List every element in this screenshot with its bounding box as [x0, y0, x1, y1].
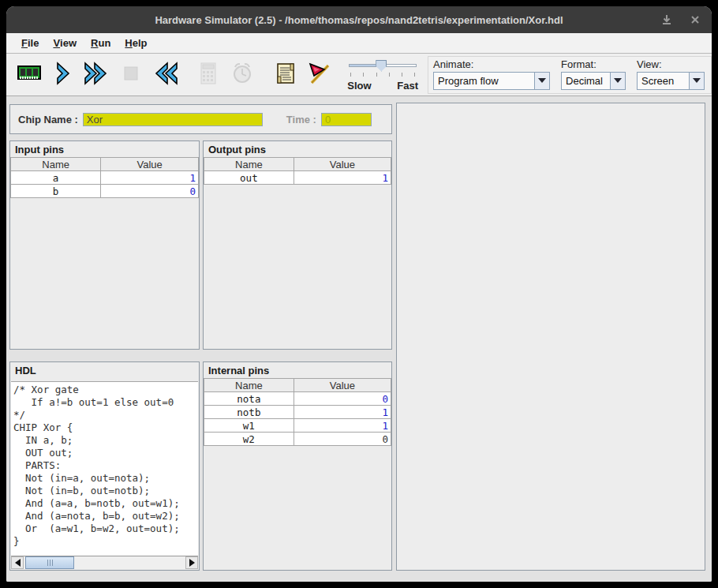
animate-label: Animate:	[433, 58, 550, 70]
pin-name: notb	[204, 406, 294, 419]
load-script-button[interactable]	[268, 58, 302, 92]
column-header-name: Name	[11, 158, 101, 171]
clock-icon	[229, 60, 256, 89]
output-pins-title: Output pins	[204, 141, 391, 157]
content-area: Chip Name : Xor Time : 0 Input pins Name…	[6, 96, 712, 582]
pin-value[interactable]: 0	[294, 433, 391, 446]
breakpoint-flag-icon	[306, 60, 333, 89]
speed-slider-group: Slow Fast	[347, 58, 418, 92]
table-row: a 1	[11, 171, 199, 185]
pin-value[interactable]: 1	[294, 171, 391, 185]
pin-name: w2	[204, 433, 294, 446]
hdl-horizontal-scrollbar[interactable]	[11, 556, 198, 569]
app-window: Hardware Simulator (2.5) - /home/thomas/…	[6, 6, 712, 582]
reset-button[interactable]	[148, 58, 182, 92]
chip-load-icon	[16, 60, 43, 89]
restore-down-button[interactable]	[658, 11, 675, 28]
reset-icon	[150, 60, 180, 89]
pin-name: w1	[204, 419, 294, 433]
output-pins-panel: Output pins Name Value out 1	[203, 140, 392, 350]
load-chip-button[interactable]	[13, 58, 47, 92]
pin-value[interactable]: 1	[294, 406, 391, 419]
pin-name: out	[204, 171, 294, 185]
dropdown-panel: Animate: Program flow Format: Decimal Vi…	[428, 56, 712, 94]
chevron-down-icon	[538, 78, 546, 83]
pin-value[interactable]: 0	[294, 392, 391, 406]
clock-button	[226, 58, 260, 92]
chip-name-label: Chip Name :	[18, 114, 78, 125]
hdl-code-view[interactable]: /* Xor gate If a!=b out=1 else out=0 */ …	[11, 381, 198, 556]
run-icon	[82, 60, 112, 89]
format-value[interactable]: Decimal	[561, 72, 610, 90]
single-step-icon	[50, 60, 77, 89]
calculator-button	[192, 58, 226, 92]
pin-name: b	[11, 185, 101, 198]
scrollbar-thumb[interactable]	[25, 556, 74, 569]
triangle-right-icon	[189, 559, 195, 567]
title-bar: Hardware Simulator (2.5) - /home/thomas/…	[6, 6, 712, 33]
triangle-left-icon	[15, 559, 21, 567]
input-pins-title: Input pins	[10, 141, 199, 157]
scroll-right-button[interactable]	[185, 556, 198, 569]
close-icon	[690, 15, 700, 24]
table-row: nota 0	[204, 392, 391, 406]
slider-ticks	[347, 73, 418, 78]
column-header-name: Name	[204, 379, 294, 392]
scroll-left-button[interactable]	[11, 556, 24, 569]
window-title: Hardware Simulator (2.5) - /home/thomas/…	[155, 14, 563, 26]
chevron-down-icon	[693, 78, 701, 83]
restore-down-icon	[661, 14, 672, 25]
table-row: out 1	[204, 171, 391, 185]
time-label: Time :	[286, 114, 316, 125]
slider-fast-label: Fast	[397, 80, 418, 92]
internal-pins-table: Name Value nota 0 notb 1 w1 1 w2 0	[204, 378, 391, 446]
view-value[interactable]: Screen	[637, 72, 689, 90]
input-pins-panel: Input pins Name Value a 1 b 0	[9, 140, 200, 350]
menu-view[interactable]: View	[46, 33, 84, 53]
animate-value[interactable]: Program flow	[433, 72, 534, 90]
toolbar: Slow Fast Animate: Program flow Format: …	[6, 54, 712, 96]
pin-value[interactable]: 0	[101, 185, 199, 198]
hdl-code-text: /* Xor gate If a!=b out=1 else out=0 */ …	[11, 382, 198, 549]
menu-help[interactable]: Help	[118, 33, 154, 53]
slider-handle[interactable]	[376, 60, 387, 72]
screen-view-panel	[396, 103, 705, 571]
speed-slider[interactable]	[347, 58, 418, 73]
pin-name: a	[11, 171, 101, 185]
format-dropdown-button[interactable]	[610, 72, 626, 90]
run-button[interactable]	[80, 58, 114, 92]
format-label: Format:	[561, 58, 626, 70]
slider-slow-label: Slow	[347, 80, 371, 92]
animate-select[interactable]: Program flow	[433, 72, 550, 90]
pin-value[interactable]: 1	[294, 419, 391, 433]
view-dropdown-button[interactable]	[689, 72, 705, 90]
internal-pins-title: Internal pins	[204, 362, 391, 378]
table-row: w2 0	[204, 433, 391, 446]
column-header-value: Value	[294, 379, 391, 392]
breakpoints-button[interactable]	[302, 58, 336, 92]
animate-dropdown-button[interactable]	[534, 72, 550, 90]
hdl-title: HDL	[10, 362, 199, 378]
menu-run[interactable]: Run	[84, 33, 118, 53]
pin-name: nota	[204, 392, 294, 406]
stop-button	[114, 58, 148, 92]
table-row: b 0	[11, 185, 199, 198]
column-header-value: Value	[294, 158, 391, 171]
table-row: notb 1	[204, 406, 391, 419]
column-header-name: Name	[204, 158, 294, 171]
view-select[interactable]: Screen	[637, 72, 705, 90]
input-pins-table: Name Value a 1 b 0	[10, 157, 199, 198]
stop-icon	[118, 60, 144, 89]
format-select[interactable]: Decimal	[561, 72, 626, 90]
view-label: View:	[637, 58, 705, 70]
close-button[interactable]	[686, 11, 704, 28]
pin-value[interactable]: 1	[101, 171, 199, 185]
table-row: w1 1	[204, 419, 391, 433]
column-header-value: Value	[101, 158, 199, 171]
output-pins-table: Name Value out 1	[204, 157, 391, 185]
menu-bar: File View Run Help	[6, 33, 712, 54]
chip-header-panel: Chip Name : Xor Time : 0	[9, 104, 392, 134]
chip-name-field[interactable]: Xor	[83, 113, 263, 126]
single-step-button[interactable]	[47, 58, 80, 92]
menu-file[interactable]: File	[14, 33, 46, 53]
